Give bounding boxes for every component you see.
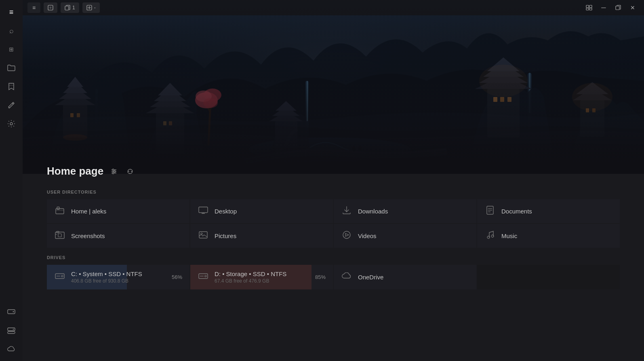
desktop-dir-label: Desktop [215, 208, 237, 215]
sidebar-item-settings[interactable] [3, 116, 19, 132]
onedrive-name: OneDrive [358, 274, 469, 281]
tab-new-label: - [94, 5, 96, 11]
pictures-dir-label: Pictures [215, 232, 236, 239]
dir-item-downloads[interactable]: Downloads [334, 199, 476, 223]
search-icon: ⌕ [9, 27, 14, 35]
svg-point-65 [112, 172, 114, 174]
drive-c-icon [54, 272, 65, 282]
page-title-row: Home page [47, 165, 620, 177]
tile-button[interactable] [583, 2, 596, 13]
menu-button[interactable]: ≡ [27, 2, 40, 13]
drives-label: DRIVES [47, 255, 620, 260]
sidebar-item-network-drive[interactable] [3, 322, 19, 338]
network-drive-icon [7, 326, 15, 334]
documents-dir-icon [484, 206, 496, 217]
home-dir-icon [54, 206, 65, 216]
svg-rect-4 [8, 331, 15, 334]
tab-copy-button[interactable]: 1 [61, 2, 79, 13]
sidebar-item-folders[interactable] [3, 60, 19, 76]
onedrive-info: OneDrive [358, 274, 469, 281]
svg-point-5 [13, 329, 14, 329]
close-button[interactable]: ✕ [626, 2, 639, 13]
screenshots-dir-label: Screenshots [71, 232, 105, 239]
tab-edit-button[interactable] [44, 2, 57, 13]
pencil-icon [8, 101, 15, 109]
main-content: ≡ 1 - [23, 0, 644, 361]
drive-item-c[interactable]: C: • System • SSD • NTFS 406.8 GB free o… [47, 265, 189, 289]
close-icon: ✕ [630, 4, 635, 11]
drive-item-onedrive[interactable]: OneDrive [334, 265, 476, 289]
svg-rect-12 [589, 8, 592, 10]
desktop-dir-icon [198, 206, 209, 216]
drive-icon [7, 308, 15, 315]
drive-d-icon [198, 272, 209, 282]
svg-rect-75 [58, 234, 61, 237]
drive-d-details: 67.4 GB free of 476.9 GB [215, 278, 309, 284]
sidebar-item-notes[interactable] [3, 97, 19, 113]
drives-section: DRIVES [47, 255, 620, 289]
svg-rect-10 [589, 5, 592, 8]
hamburger-icon: ≡ [32, 4, 36, 11]
screenshots-dir-icon [54, 231, 65, 241]
pictures-dir-icon [198, 231, 209, 241]
dir-item-music[interactable]: Music [477, 224, 620, 248]
sidebar: ≡ ⌕ ⊞ [0, 0, 23, 361]
music-dir-icon [484, 230, 496, 241]
sidebar-item-cloud[interactable] [3, 341, 19, 357]
window-controls: ─ ✕ [583, 2, 639, 13]
tab-new-icon [86, 5, 92, 11]
drive-c-pct: 56% [172, 274, 182, 280]
titlebar: ≡ 1 - [23, 0, 644, 15]
svg-rect-7 [65, 6, 69, 10]
tab-copy-count: 1 [72, 5, 75, 11]
downloads-dir-label: Downloads [358, 208, 388, 215]
refresh-button[interactable] [124, 166, 136, 177]
drive-item-d[interactable]: D: • Storage • SSD • NTFS 67.4 GB free o… [190, 265, 333, 289]
music-dir-label: Music [501, 232, 517, 239]
tab-copy-icon [65, 5, 70, 11]
svg-point-63 [112, 169, 114, 171]
svg-point-83 [61, 275, 63, 277]
refresh-icon [126, 168, 134, 175]
dir-item-videos[interactable]: Videos [334, 224, 476, 248]
home-dir-label: Home | aleks [71, 208, 106, 215]
dir-item-documents[interactable]: Documents [477, 199, 620, 223]
svg-rect-3 [8, 328, 15, 331]
sidebar-item-menu[interactable]: ≡ [3, 4, 19, 20]
user-directories-grid-2: Screenshots Pictures [47, 224, 620, 248]
svg-point-64 [114, 171, 116, 172]
sidebar-item-search[interactable]: ⌕ [3, 23, 19, 39]
customize-icon [110, 168, 118, 175]
onedrive-content: OneDrive [341, 272, 469, 282]
dir-item-desktop[interactable]: Desktop [190, 199, 333, 223]
downloads-dir-icon [341, 206, 352, 217]
settings-icon [7, 120, 15, 128]
cloud-icon [7, 346, 16, 352]
svg-rect-68 [199, 207, 208, 213]
drives-grid: C: • System • SSD • NTFS 406.8 GB free o… [47, 265, 620, 289]
content-area: Home page [23, 0, 644, 361]
drive-item-empty [477, 265, 620, 289]
svg-point-2 [13, 311, 14, 312]
drive-d-pct: 85% [315, 274, 326, 280]
dir-item-home[interactable]: Home | aleks [47, 199, 189, 223]
documents-dir-label: Documents [501, 208, 532, 215]
minimize-icon: ─ [601, 4, 606, 11]
dir-item-pictures[interactable]: Pictures [190, 224, 333, 248]
sidebar-item-apps[interactable]: ⊞ [3, 41, 19, 57]
sidebar-item-bookmarks[interactable] [3, 78, 19, 95]
folder-icon [7, 64, 15, 72]
svg-point-78 [201, 233, 202, 234]
minimize-button[interactable]: ─ [597, 2, 610, 13]
tile-icon [586, 5, 592, 11]
videos-dir-icon [341, 230, 352, 241]
sidebar-item-local-drive[interactable] [3, 304, 19, 320]
user-directories-grid: Home | aleks Desktop [47, 199, 620, 223]
onedrive-icon [341, 272, 352, 282]
restore-button[interactable] [612, 2, 625, 13]
tab-new-button[interactable]: - [82, 2, 100, 13]
svg-rect-13 [616, 6, 619, 10]
customize-button[interactable] [108, 166, 120, 177]
dir-item-screenshots[interactable]: Screenshots [47, 224, 189, 248]
svg-point-0 [10, 122, 13, 125]
